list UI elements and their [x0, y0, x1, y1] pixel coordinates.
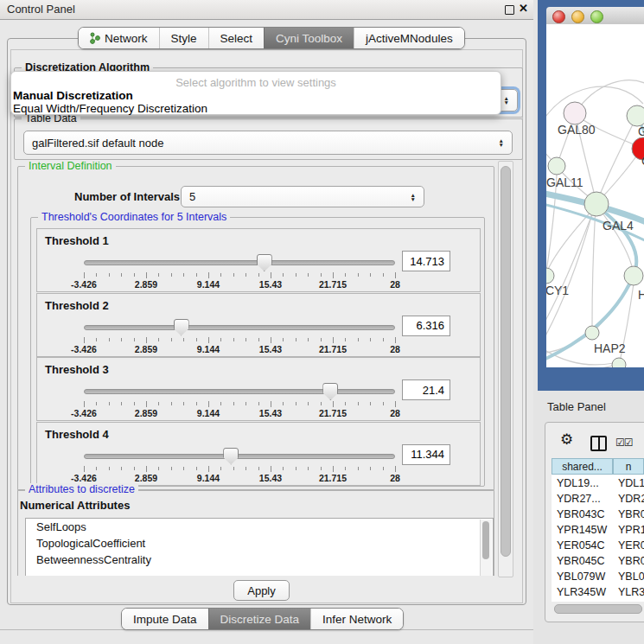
network-node[interactable]	[624, 266, 643, 285]
table-row[interactable]: YBR045CYBR0	[552, 553, 644, 569]
network-node[interactable]	[546, 268, 554, 284]
attribute-item[interactable]: SelfLoops	[26, 519, 493, 535]
slider-track[interactable]	[84, 454, 395, 459]
network-node[interactable]	[584, 192, 609, 216]
network-node[interactable]	[627, 105, 644, 126]
table-row[interactable]: YLR345WYLR3	[552, 584, 644, 600]
table-row[interactable]: YIL052CYIL0	[552, 600, 644, 602]
close-traffic-light-icon[interactable]	[552, 10, 565, 23]
combo-spinner-icon[interactable]: ▲▼	[499, 138, 504, 147]
cell-shared-name[interactable]: YBR045C	[557, 555, 605, 567]
attributes-scrollbar[interactable]	[480, 520, 492, 576]
tick-mark	[271, 466, 271, 472]
split-view-icon[interactable]	[590, 436, 607, 451]
table-hscrollbar-thumb[interactable]	[554, 604, 642, 614]
column-header-2[interactable]: n	[613, 458, 644, 475]
node-table[interactable]: shared...nYDL19...YDL1YDR27...YDR2YBR043…	[552, 458, 644, 602]
slider-thumb[interactable]	[174, 319, 189, 336]
threshold-3-slider[interactable]: -3.4262.8599.14415.4321.71528	[84, 382, 395, 418]
threshold-4-value[interactable]	[402, 444, 450, 465]
float-window-icon[interactable]	[505, 5, 514, 15]
tick-mark	[370, 402, 371, 405]
attribute-item[interactable]: TopologicalCoefficient	[26, 535, 493, 552]
select-columns-icon[interactable]: ☑☑	[615, 437, 633, 449]
cell-name[interactable]: YBL0	[618, 571, 644, 583]
cell-name[interactable]: YPR1	[618, 524, 644, 536]
cell-shared-name[interactable]: YBL079W	[557, 571, 605, 583]
threshold-1-value[interactable]	[402, 251, 450, 271]
network-window-titlebar[interactable]	[546, 7, 644, 25]
cell-name[interactable]: YBR0	[618, 508, 644, 520]
tab-style[interactable]: Style	[159, 28, 208, 48]
tick-mark	[333, 337, 334, 343]
zoom-traffic-light-icon[interactable]	[590, 10, 603, 23]
cell-shared-name[interactable]: YER054C	[557, 539, 605, 552]
attribute-item[interactable]: BetweennessCentrality	[26, 552, 493, 568]
table-data-combobox[interactable]: galFiltered.sif default node ▲▼	[23, 131, 513, 155]
slider-track[interactable]	[84, 389, 395, 394]
table-hscrollbar[interactable]	[552, 603, 644, 614]
close-icon[interactable]: ✕	[519, 2, 528, 15]
cell-name[interactable]: YDR2	[618, 493, 644, 505]
tick-mark	[109, 402, 110, 405]
slider-thumb[interactable]	[257, 254, 272, 271]
attributes-scrollbar-thumb[interactable]	[482, 521, 489, 559]
network-node[interactable]	[548, 157, 565, 175]
cell-shared-name[interactable]: YPR145W	[557, 524, 607, 536]
tick-mark	[383, 338, 384, 341]
threshold-4-slider[interactable]: -3.4262.8599.14415.4321.71528	[84, 447, 395, 483]
apply-button[interactable]: Apply	[233, 580, 290, 601]
threshold-1-slider[interactable]: -3.4262.8599.14415.4321.71528	[84, 253, 395, 290]
slider-thumb[interactable]	[223, 448, 239, 465]
table-row[interactable]: YDR27...YDR2	[552, 491, 644, 507]
table-row[interactable]: YPR145WYPR1	[552, 522, 644, 538]
network-edge[interactable]	[598, 116, 637, 199]
gear-icon[interactable]: ⚙	[560, 432, 573, 447]
tick-mark	[233, 467, 234, 470]
number-of-intervals-combobox[interactable]: 5 ▲▼	[181, 186, 424, 207]
network-canvas[interactable]: GAL80GACGAL11GAL4GCY1HHAP2	[546, 24, 644, 367]
table-row[interactable]: YBL079WYBL0	[552, 569, 644, 584]
algorithm-option-equal-width-frequency-discretization[interactable]: Equal Width/Frequency Discretization	[11, 102, 501, 115]
tab-select[interactable]: Select	[208, 28, 265, 48]
numerical-attributes-list[interactable]: SelfLoopsTopologicalCoefficientBetweenne…	[25, 518, 494, 576]
settings-scrollbar-thumb[interactable]	[501, 166, 511, 557]
settings-scrollbar[interactable]	[498, 161, 513, 577]
cell-name[interactable]: YBR0	[618, 555, 644, 567]
slider-track[interactable]	[84, 325, 395, 330]
combo-spinner-icon[interactable]: ▲▼	[411, 193, 416, 201]
cell-shared-name[interactable]: YDR27...	[557, 493, 601, 505]
cell-name[interactable]: YDL1	[618, 477, 644, 489]
tab-impute-data[interactable]: Impute Data	[122, 609, 208, 629]
tab-infer-network[interactable]: Infer Network	[310, 609, 403, 629]
threshold-2-value[interactable]	[402, 316, 450, 336]
tick-mark	[358, 273, 359, 277]
slider-thumb[interactable]	[322, 383, 338, 400]
network-node[interactable]	[564, 102, 586, 124]
network-edge[interactable]	[592, 207, 596, 326]
network-node[interactable]	[612, 358, 626, 367]
cell-shared-name[interactable]: YBR043C	[557, 508, 605, 520]
tab-cyni-toolbox[interactable]: Cyni Toolbox	[264, 28, 354, 48]
cell-name[interactable]: YER0	[618, 539, 644, 552]
table-row[interactable]: YBR043CYBR0	[552, 507, 644, 522]
network-edge[interactable]	[546, 365, 615, 367]
slider-track[interactable]	[84, 260, 395, 265]
column-header-1[interactable]: shared...	[552, 458, 613, 475]
tab-jactivemnodules[interactable]: jActiveMNodules	[354, 28, 464, 48]
threshold-3-value[interactable]	[402, 379, 450, 400]
algorithm-option-manual-discretization[interactable]: Manual Discretization	[11, 89, 501, 102]
table-row[interactable]: YER054CYER0	[552, 538, 644, 553]
tick-mark	[220, 273, 221, 277]
network-node[interactable]	[585, 326, 599, 340]
cell-shared-name[interactable]: YLR345W	[557, 586, 606, 598]
minimize-traffic-light-icon[interactable]	[571, 10, 584, 23]
tick-mark	[296, 467, 296, 470]
combo-spinner-icon[interactable]: ▲▼	[504, 96, 509, 105]
cell-shared-name[interactable]: YDL19...	[557, 477, 599, 489]
table-row[interactable]: YDL19...YDL1	[552, 475, 644, 491]
tab-network[interactable]: Network	[79, 28, 159, 48]
threshold-2-slider[interactable]: -3.4262.8599.14415.4321.71528	[84, 318, 395, 354]
cell-name[interactable]: YLR3	[618, 586, 644, 598]
tab-discretize-data[interactable]: Discretize Data	[208, 609, 311, 629]
